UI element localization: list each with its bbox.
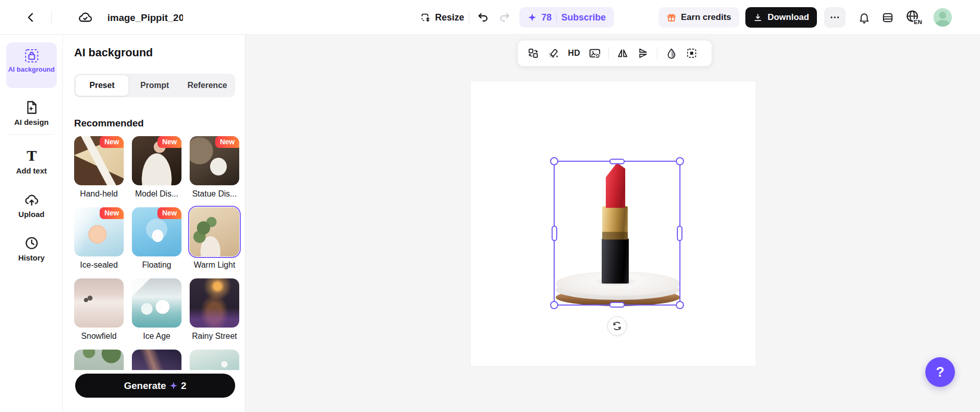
download-label: Download	[767, 12, 809, 23]
preset-thumbnail[interactable]	[190, 207, 239, 256]
panel-tabs: Preset Prompt Reference	[74, 74, 235, 97]
resize-handle-bottom-left[interactable]	[550, 301, 558, 309]
avatar[interactable]	[933, 8, 952, 27]
app-root: image_Pippit_20 Resize	[0, 0, 980, 412]
sidebar-item-label: Add text	[0, 166, 63, 175]
preset-thumbnail[interactable]	[132, 278, 181, 328]
preset-thumbnail-frame[interactable]	[190, 278, 239, 328]
preset-thumbnail-frame[interactable]	[132, 350, 181, 370]
preset-item[interactable]	[74, 350, 124, 370]
sidebar-item-upload[interactable]: Upload	[0, 192, 63, 219]
preset-thumbnail-frame[interactable]: New	[74, 136, 124, 185]
resize-handle-left[interactable]	[552, 226, 557, 241]
preset-item[interactable]	[132, 350, 181, 370]
generate-sparkle-icon	[169, 381, 178, 390]
preset-item[interactable]: NewHand-held	[74, 136, 124, 199]
preset-thumbnail-frame[interactable]: New	[190, 136, 239, 185]
new-badge: New	[157, 136, 181, 148]
preset-thumbnail[interactable]	[74, 350, 124, 370]
history-clock-icon	[24, 235, 39, 251]
redo-icon	[498, 11, 511, 24]
resize-handle-bottom-right[interactable]	[676, 301, 684, 309]
ai-background-icon	[24, 48, 39, 63]
replace-image-button[interactable]	[525, 44, 542, 62]
new-badge: New	[100, 136, 124, 148]
svg-text:T: T	[27, 148, 37, 164]
preset-item[interactable]: Warm Light	[190, 207, 239, 270]
preset-label: Hand-held	[74, 189, 124, 199]
sidebar-item-ai-background[interactable]: AI background	[6, 42, 57, 88]
regenerate-image-button[interactable]	[586, 44, 603, 62]
hd-icon: HD	[568, 49, 580, 58]
help-question-mark: ?	[936, 364, 945, 380]
undo-button[interactable]	[474, 9, 492, 26]
preset-item[interactable]: Snowfield	[74, 278, 124, 341]
flip-horizontal-button[interactable]	[614, 44, 631, 62]
selection-box[interactable]	[554, 161, 680, 306]
preset-thumbnail-frame[interactable]: New	[132, 207, 181, 256]
resize-handle-bottom[interactable]	[609, 302, 625, 308]
sidebar-item-ai-design[interactable]: AI design	[0, 100, 63, 126]
avatar-head	[939, 12, 946, 19]
preset-thumbnail-frame[interactable]	[74, 350, 124, 370]
preset-thumbnail-frame[interactable]: New	[74, 207, 124, 256]
magic-eraser-button[interactable]	[545, 44, 562, 62]
earn-credits-button[interactable]: Earn credits	[658, 7, 739, 28]
preset-label: Statue Dis...	[190, 189, 239, 199]
preset-item[interactable]: NewIce-sealed	[74, 207, 124, 270]
preset-item[interactable]: Rainy Street	[190, 278, 239, 341]
tab-preset[interactable]: Preset	[76, 75, 128, 96]
download-button[interactable]: Download	[745, 7, 817, 28]
preset-thumbnail[interactable]	[132, 350, 181, 370]
preset-thumbnail-frame[interactable]	[132, 278, 181, 328]
resize-button[interactable]: Resize	[415, 7, 469, 28]
hd-enhance-button[interactable]: HD	[565, 44, 583, 62]
frame-select-button[interactable]	[683, 44, 700, 62]
preset-thumbnail[interactable]	[190, 350, 239, 370]
preset-thumbnail-frame[interactable]	[74, 278, 124, 328]
back-button[interactable]	[22, 9, 39, 26]
tab-prompt[interactable]: Prompt	[128, 75, 181, 96]
resize-handle-top-right[interactable]	[676, 157, 684, 165]
help-button[interactable]: ?	[925, 357, 955, 387]
image-refresh-icon	[588, 47, 601, 60]
sidebar-item-label: Upload	[0, 210, 63, 219]
preset-item[interactable]: NewModel Dis...	[132, 136, 181, 199]
flip-vertical-button[interactable]	[634, 44, 652, 62]
subscribe-link[interactable]: Subscribe	[561, 12, 606, 23]
opacity-button[interactable]	[663, 44, 680, 62]
resize-handle-top-left[interactable]	[550, 157, 558, 165]
tab-reference[interactable]: Reference	[181, 75, 234, 96]
preset-item[interactable]: NewFloating	[132, 207, 181, 270]
preset-thumbnail-frame[interactable]: New	[132, 136, 181, 185]
preset-item[interactable]: NewStatue Dis...	[190, 136, 239, 199]
resize-handle-top[interactable]	[609, 159, 625, 164]
generate-button[interactable]: Generate 2	[75, 374, 235, 398]
cloud-saved-icon[interactable]	[77, 9, 94, 26]
canvas-area[interactable]: HD	[245, 35, 980, 412]
preset-label: Model Dis...	[132, 189, 181, 199]
replace-icon	[527, 47, 539, 59]
resize-handle-right[interactable]	[677, 226, 682, 241]
preset-thumbnail-frame[interactable]	[190, 207, 239, 256]
language-button[interactable]: EN	[903, 8, 924, 27]
orders-stack-button[interactable]	[878, 8, 897, 27]
resize-icon	[420, 12, 431, 23]
credits-subscribe-pill[interactable]: 78 Subscribe	[519, 7, 614, 28]
preset-item[interactable]: Ice Age	[132, 278, 181, 341]
preset-thumbnail[interactable]	[190, 278, 239, 328]
redo-button[interactable]	[496, 9, 513, 26]
preset-thumbnail[interactable]	[74, 278, 124, 328]
notifications-button[interactable]	[855, 8, 873, 27]
sidebar-item-history[interactable]: History	[0, 235, 63, 262]
preset-item[interactable]	[190, 350, 239, 370]
credits-count: 78	[541, 12, 552, 23]
rotate-button[interactable]	[607, 316, 627, 336]
sidebar-item-add-text[interactable]: T Add text	[0, 148, 63, 175]
document-title[interactable]: image_Pippit_20	[107, 11, 183, 25]
header-divider	[469, 11, 469, 24]
add-text-icon: T	[24, 148, 39, 164]
more-options-button[interactable]	[824, 7, 846, 28]
preset-label: Ice Age	[132, 332, 181, 341]
preset-thumbnail-frame[interactable]	[190, 350, 239, 370]
